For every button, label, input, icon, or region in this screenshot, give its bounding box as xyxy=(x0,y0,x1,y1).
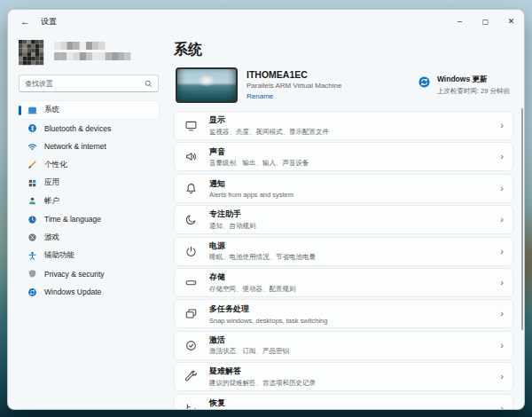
row-title: 多任务处理 xyxy=(209,303,493,315)
minimize-icon[interactable]: – xyxy=(447,10,473,33)
settings-row-multitasking[interactable]: 多任务处理 Snap windows, desktops, task switc… xyxy=(174,299,513,328)
settings-row-focus-assist[interactable]: 专注助手 通知、自动规则 › xyxy=(174,205,513,234)
device-info: ITHOMEA1EC Parallels ARM Virtual Machine… xyxy=(246,67,341,100)
apps-icon xyxy=(27,178,37,188)
row-subtitle: Alerts from apps and system xyxy=(209,191,493,199)
settings-row-sound[interactable]: 声音 音量级别、输出、输入、声音设备 › xyxy=(174,142,513,171)
sidebar-item-label: 帐户 xyxy=(44,196,59,207)
settings-row-notifications[interactable]: 通知 Alerts from apps and system › xyxy=(174,174,513,203)
maximize-icon[interactable]: ▢ xyxy=(473,10,498,33)
settings-row-power[interactable]: 电源 睡眠、电池使用情况、节省电池电量 › xyxy=(174,237,513,266)
sidebar-item-system[interactable]: 系统 xyxy=(19,101,159,119)
row-subtitle: 监视器、亮度、夜间模式、显示配置文件 xyxy=(209,128,493,137)
sidebar-item-bluetooth-devices[interactable]: Bluetooth & devices xyxy=(19,120,159,138)
row-subtitle: 存储空间、驱动器、配置规则 xyxy=(209,285,493,294)
sidebar-item-time-language[interactable]: Time & language xyxy=(19,210,159,228)
sidebar-item-label: Time & language xyxy=(44,215,101,224)
windows-update-summary[interactable]: Windows 更新 上次检查时间: 29 分钟前 xyxy=(418,67,513,96)
chevron-right-icon: › xyxy=(500,372,504,382)
row-subtitle: 通知、自动规则 xyxy=(209,222,493,231)
activation-icon xyxy=(184,339,198,352)
sidebar-item-accessibility[interactable]: 辅助功能 xyxy=(19,247,159,264)
page-title: 系统 xyxy=(174,41,513,59)
windows-update-status: 上次检查时间: 29 分钟前 xyxy=(437,87,510,96)
settings-row-troubleshoot[interactable]: 疑难解答 建议的疑难解答、首选项和历史记录 › xyxy=(174,362,513,391)
troubleshoot-icon xyxy=(184,370,198,383)
back-button[interactable]: ← xyxy=(20,17,30,27)
row-title: 疑难解答 xyxy=(209,366,493,377)
row-title: 恢复 xyxy=(209,397,493,409)
accounts-icon xyxy=(27,196,37,206)
accessibility-icon xyxy=(27,251,37,261)
sidebar-item-label: 辅助功能 xyxy=(44,250,74,261)
rename-link[interactable]: Rename xyxy=(246,92,341,100)
sidebar: 系统 Bluetooth & devices Network & interne… xyxy=(8,33,168,410)
sidebar-item-label: 个性化 xyxy=(44,160,67,170)
chevron-right-icon: › xyxy=(500,152,504,161)
sidebar-item-label: Privacy & security xyxy=(44,270,105,279)
sidebar-nav: 系统 Bluetooth & devices Network & interne… xyxy=(19,101,159,301)
row-title: 电源 xyxy=(209,240,493,252)
sidebar-item-gaming[interactable]: 游戏 xyxy=(19,229,159,247)
display-icon xyxy=(184,119,198,132)
chevron-right-icon: › xyxy=(500,184,504,193)
power-icon xyxy=(184,245,198,258)
row-subtitle: 音量级别、输出、输入、声音设备 xyxy=(209,159,493,168)
settings-window: ← 设置 – ▢ ✕ 系统 Bluetooth & devices Networ… xyxy=(7,9,525,410)
gaming-icon xyxy=(27,232,37,242)
close-icon[interactable]: ✕ xyxy=(498,10,524,33)
system-icon xyxy=(27,106,37,115)
row-title: 专注助手 xyxy=(209,208,493,220)
device-description: Parallels ARM Virtual Machine xyxy=(246,82,341,90)
window-controls: – ▢ ✕ xyxy=(447,10,524,33)
sidebar-item-label: Windows Update xyxy=(44,287,101,296)
row-subtitle: 激活状态、订阅、产品密钥 xyxy=(209,347,493,356)
scrollbar-thumb[interactable] xyxy=(521,108,523,330)
row-title: 激活 xyxy=(209,334,493,346)
redacted-avatar-mosaic xyxy=(19,35,159,70)
settings-row-recovery[interactable]: 恢复 重置、高级启动、返回 › xyxy=(174,394,513,410)
row-subtitle: 建议的疑难解答、首选项和历史记录 xyxy=(209,379,493,388)
titlebar: ← 设置 – ▢ ✕ xyxy=(8,10,524,33)
focus-assist-icon xyxy=(184,213,198,226)
sidebar-item-accounts[interactable]: 帐户 xyxy=(19,193,159,210)
network-icon xyxy=(27,142,37,152)
settings-list: 显示 监视器、亮度、夜间模式、显示配置文件 › 声音 音量级别、输出、输入、声音… xyxy=(174,111,513,410)
sidebar-item-label: 应用 xyxy=(44,177,59,188)
sound-icon xyxy=(184,150,198,163)
device-card: ITHOMEA1EC Parallels ARM Virtual Machine… xyxy=(174,67,513,103)
sidebar-item-apps[interactable]: 应用 xyxy=(19,174,159,192)
windows-update-icon xyxy=(27,287,37,297)
settings-row-activation[interactable]: 激活 激活状态、订阅、产品密钥 › xyxy=(174,331,513,360)
window-title: 设置 xyxy=(41,16,57,28)
redacted-user-info[interactable] xyxy=(19,35,159,70)
sidebar-item-network-internet[interactable]: Network & internet xyxy=(19,138,159,155)
chevron-right-icon: › xyxy=(500,404,504,410)
row-title: 存储 xyxy=(209,271,493,283)
time-language-icon xyxy=(27,215,37,224)
multitasking-icon xyxy=(184,307,198,320)
chevron-right-icon: › xyxy=(500,247,504,256)
row-subtitle: Snap windows, desktops, task switching xyxy=(209,317,493,325)
chevron-right-icon: › xyxy=(500,341,504,350)
sidebar-item-privacy-security[interactable]: Privacy & security xyxy=(19,265,159,283)
personalization-icon xyxy=(27,160,37,169)
bluetooth-icon xyxy=(27,123,37,133)
chevron-right-icon: › xyxy=(500,121,504,130)
device-name: ITHOMEA1EC xyxy=(246,69,341,80)
sidebar-item-windows-update[interactable]: Windows Update xyxy=(19,283,159,301)
settings-row-storage[interactable]: 存储 存储空间、驱动器、配置规则 › xyxy=(174,268,513,297)
sidebar-item-personalization[interactable]: 个性化 xyxy=(19,156,159,174)
sidebar-item-label: 游戏 xyxy=(44,232,59,243)
device-thumbnail xyxy=(176,67,238,103)
main-content: 系统 ITHOMEA1EC Parallels ARM Virtual Mach… xyxy=(168,33,524,410)
chevron-right-icon: › xyxy=(500,278,504,287)
row-title: 通知 xyxy=(209,178,493,190)
chevron-right-icon: › xyxy=(500,309,504,319)
windows-update-title: Windows 更新 xyxy=(437,75,510,85)
sidebar-item-label: Network & internet xyxy=(44,142,106,151)
search-input[interactable] xyxy=(25,80,145,88)
recovery-icon xyxy=(184,402,198,410)
search-icon xyxy=(145,80,153,88)
settings-row-display[interactable]: 显示 监视器、亮度、夜间模式、显示配置文件 › xyxy=(174,111,513,140)
